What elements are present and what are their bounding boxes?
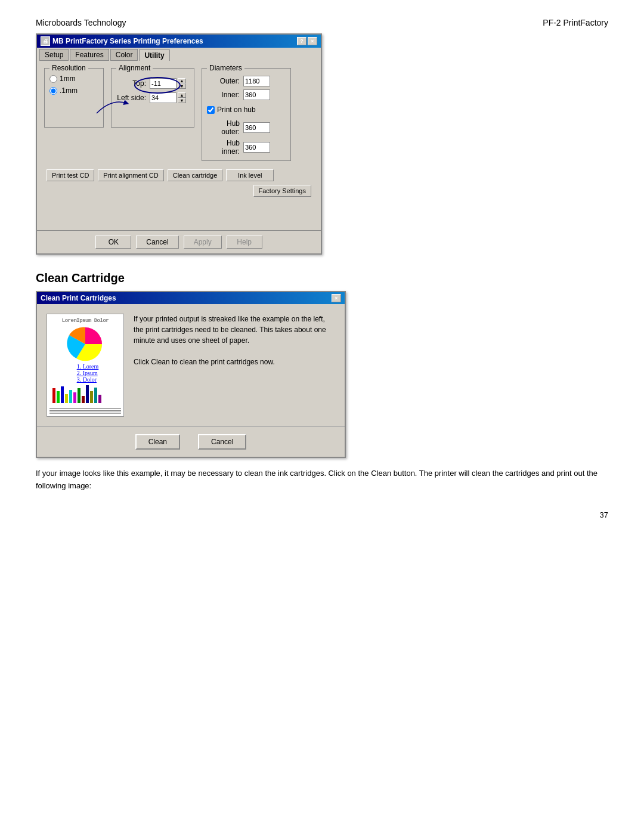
bar-2 [57, 391, 60, 403]
tab-features[interactable]: Features [70, 49, 109, 61]
page-header: Microboards Technology PF-2 PrintFactory [36, 18, 608, 27]
clean-cartridge-section: Clean Cartridge Clean Print Cartridges ×… [36, 271, 608, 493]
arrow-annotation [94, 86, 129, 116]
leftside-spin-down[interactable]: ▼ [178, 98, 186, 103]
inner-label: Inner: [207, 91, 240, 99]
streak-lines [47, 405, 123, 416]
top-spin: ▲ ▼ [150, 78, 186, 89]
tab-color[interactable]: Color [110, 49, 138, 61]
hub-outer-row: Hub outer: [207, 119, 286, 136]
tab-setup[interactable]: Setup [39, 49, 69, 61]
bar-11 [94, 388, 97, 403]
cancel-button[interactable]: Cancel [136, 236, 178, 249]
bar-5 [69, 390, 72, 403]
dialog-content: Resolution 1mm .1mm Alignment [37, 61, 321, 225]
resolution-group-title: Resolution [49, 64, 88, 72]
leftside-spin-btns: ▲ ▼ [178, 92, 186, 103]
diameter-grid: Outer: Inner: Print on hub Hub outer: [207, 76, 286, 156]
help-titlebar-btn[interactable]: ? [297, 37, 306, 45]
bar-10 [90, 391, 93, 403]
inner-row: Inner: [207, 89, 286, 100]
leftside-spin: ▲ ▼ [150, 92, 186, 103]
inner-input[interactable] [243, 89, 270, 100]
resolution-01mm-radio[interactable] [49, 87, 57, 95]
leftside-input[interactable] [150, 92, 177, 103]
clean-text-content: If your printed output is streaked like … [134, 314, 335, 417]
titlebar: 🖨 MB PrintFactory Series Printing Prefer… [37, 35, 321, 48]
print-on-hub-label: Print on hub [217, 106, 256, 114]
factory-settings-row: Factory Settings [42, 181, 316, 197]
clean-cartridge-button[interactable]: Clean cartridge [168, 169, 223, 181]
resolution-01mm[interactable]: .1mm [49, 86, 98, 95]
streak-line-1 [49, 408, 121, 409]
page-number: 37 [36, 510, 608, 519]
printer-icon: 🖨 [41, 36, 50, 46]
bar-chart-fake [52, 385, 118, 403]
alignment-group-title: Alignment [116, 64, 153, 72]
resolution-1mm-label: 1mm [60, 75, 76, 83]
hub-inner-label: Hub inner: [207, 139, 240, 156]
bar-6 [73, 392, 76, 403]
list-item-3: 3. Dolor [77, 376, 99, 383]
bar-8 [82, 396, 85, 403]
streaked-text: LorenIpsum Dolor [60, 314, 111, 325]
top-spin-btns: ▲ ▼ [178, 78, 186, 89]
outer-label: Outer: [207, 77, 240, 85]
clean-titlebar: Clean Print Cartridges × [37, 292, 345, 304]
top-spin-up[interactable]: ▲ [178, 78, 186, 83]
alignment-group: Alignment Top: ▲ ▼ Left side: [111, 68, 194, 128]
streaked-print-image: LorenIpsum Dolor 1. Lorem 2. Ipsum 3. Do… [47, 314, 124, 417]
resolution-01mm-label: .1mm [60, 86, 78, 95]
leftside-spin-up[interactable]: ▲ [178, 92, 186, 98]
hub-inner-input[interactable] [243, 142, 270, 153]
titlebar-buttons: ? × [297, 37, 317, 45]
ok-button[interactable]: OK [95, 236, 131, 249]
diameters-group-title: Diameters [207, 64, 244, 72]
clean-cancel-btn[interactable]: Cancel [198, 434, 246, 450]
clean-content: LorenIpsum Dolor 1. Lorem 2. Ipsum 3. Do… [37, 304, 345, 426]
clean-dialog-title: Clean Print Cartridges [41, 294, 116, 302]
list-item-1: 1. Lorem [77, 363, 99, 370]
print-test-cd-button[interactable]: Print test CD [47, 169, 94, 181]
diameters-group: Diameters Outer: Inner: Print on hub [202, 68, 291, 161]
bar-3 [61, 386, 64, 403]
printing-prefs-dialog: 🖨 MB PrintFactory Series Printing Prefer… [36, 33, 322, 255]
help-button[interactable]: Help [227, 236, 262, 249]
resolution-1mm-radio[interactable] [49, 75, 57, 83]
print-alignment-cd-button[interactable]: Print alignment CD [98, 169, 163, 181]
dialog-title: MB PrintFactory Series Printing Preferen… [52, 37, 203, 45]
titlebar-left: 🖨 MB PrintFactory Series Printing Prefer… [41, 36, 203, 46]
bar-4 [65, 394, 68, 403]
streak-line-2 [49, 410, 121, 411]
print-on-hub-row: Print on hub [207, 106, 286, 114]
bar-9 [86, 385, 89, 403]
print-on-hub-checkbox[interactable] [207, 106, 215, 114]
apply-button[interactable]: Apply [184, 236, 222, 249]
resolution-radio-group: 1mm .1mm [49, 75, 98, 95]
outer-row: Outer: [207, 76, 286, 86]
top-spin-down[interactable]: ▼ [178, 83, 186, 89]
list-fake: 1. Lorem 2. Ipsum 3. Dolor [72, 363, 99, 383]
bar-7 [78, 388, 80, 403]
hub-outer-input[interactable] [243, 122, 270, 133]
clean-btn[interactable]: Clean [135, 434, 180, 450]
list-item-2: 2. Ipsum [77, 370, 99, 376]
close-titlebar-btn[interactable]: × [308, 37, 317, 45]
factory-settings-button[interactable]: Factory Settings [253, 185, 311, 197]
sections-row: Resolution 1mm .1mm Alignment [42, 66, 316, 163]
hub-outer-label: Hub outer: [207, 119, 240, 136]
streak-line-3 [49, 413, 121, 414]
top-input[interactable] [150, 78, 177, 89]
outer-input[interactable] [243, 76, 270, 86]
clean-cartridge-heading: Clean Cartridge [36, 271, 608, 285]
click-clean-text: Click Clean to clean the print cartridge… [134, 357, 335, 367]
tab-utility[interactable]: Utility [139, 49, 169, 61]
ink-level-button[interactable]: Ink level [226, 169, 274, 181]
pie-chart-fake [64, 326, 106, 362]
clean-close-btn[interactable]: × [332, 294, 341, 302]
bar-12 [98, 395, 101, 403]
resolution-1mm[interactable]: 1mm [49, 75, 98, 83]
clean-description-1: If your printed output is streaked like … [134, 314, 335, 346]
spacer [42, 197, 316, 221]
tabs-row: Setup Features Color Utility [37, 48, 321, 61]
